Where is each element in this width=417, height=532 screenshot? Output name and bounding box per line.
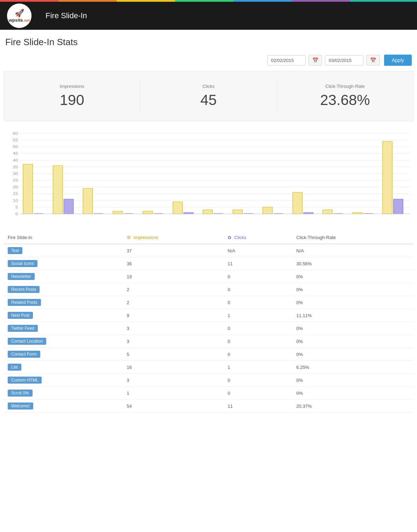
impressions-value: 190 [11, 92, 133, 108]
svg-text:55: 55 [13, 138, 18, 142]
row-impressions: 2 [123, 283, 223, 296]
clicks-stat: Clicks 45 [140, 80, 277, 112]
svg-text:50: 50 [13, 145, 18, 149]
svg-text:20: 20 [13, 185, 18, 189]
table-row: Social Icons 36 11 30.56% [4, 257, 413, 270]
table-row: Next Post 9 1 11.11% [4, 309, 413, 322]
row-tag-button[interactable]: Next Post [8, 312, 33, 319]
svg-text:0: 0 [15, 212, 18, 216]
row-name: Recent Posts [4, 283, 123, 296]
row-name: Next Post [4, 309, 123, 322]
start-date-input[interactable] [267, 55, 306, 65]
table-row: Contact Form 5 0 0% [4, 348, 413, 361]
svg-rect-51 [394, 199, 403, 214]
row-tag-button[interactable]: Twitter Feed [8, 325, 38, 332]
svg-text:60: 60 [13, 131, 18, 136]
row-impressions: 3 [123, 322, 223, 335]
row-ctr: 11.11% [292, 309, 413, 322]
svg-rect-26 [23, 164, 33, 214]
svg-rect-30 [83, 188, 92, 214]
svg-text:15: 15 [13, 192, 18, 196]
row-clicks: 0 [223, 335, 292, 348]
row-tag-button[interactable]: Social Icons [8, 260, 37, 267]
chart-area: 605550454035302520151050 [4, 126, 413, 224]
logo-text: wpsite.net [9, 18, 30, 23]
logo-area: 🚀 wpsite.net [7, 4, 32, 28]
end-date-calendar-button[interactable]: 📅 [366, 55, 380, 65]
row-impressions: 36 [123, 257, 223, 270]
col-clicks: ✿ Clicks [223, 231, 292, 244]
col-impressions: ⚙ Impressions [123, 231, 223, 244]
row-name: Custom HTML [4, 374, 123, 387]
row-clicks: 11 [223, 400, 292, 413]
table-row: Text 37 N/A N/A [4, 244, 413, 257]
impressions-label: Impressions [11, 84, 133, 89]
row-impressions: 16 [123, 361, 223, 374]
row-tag-button[interactable]: Related Posts [8, 299, 41, 306]
svg-rect-42 [263, 207, 272, 214]
row-tag-button[interactable]: Custom HTML [8, 377, 42, 384]
end-date-input[interactable] [325, 55, 363, 65]
row-ctr: 0% [292, 335, 413, 348]
apply-button[interactable]: Apply [384, 55, 412, 66]
row-tag-button[interactable]: Contact Form [8, 351, 40, 358]
table-row: Welcome! 54 11 20.37% [4, 400, 413, 413]
row-tag-button[interactable]: Text [8, 247, 22, 254]
start-date-calendar-button[interactable]: 📅 [308, 55, 322, 65]
row-clicks: 0 [223, 270, 292, 283]
row-clicks: 0 [223, 296, 292, 309]
svg-text:25: 25 [13, 178, 18, 183]
svg-rect-32 [113, 211, 123, 214]
clicks-value: 45 [147, 92, 270, 108]
row-ctr: 20.37% [292, 400, 413, 413]
logo-circle: 🚀 wpsite.net [7, 4, 32, 28]
date-filter: 📅 📅 Apply [0, 51, 417, 71]
table-row: Newsletter 19 0 0% [4, 270, 413, 283]
row-name: Text [4, 244, 123, 257]
svg-text:45: 45 [13, 152, 18, 156]
svg-text:10: 10 [13, 198, 18, 203]
row-name: List [4, 361, 123, 374]
row-ctr: 0% [292, 322, 413, 335]
row-clicks: 11 [223, 257, 292, 270]
row-impressions: 5 [123, 348, 223, 361]
row-clicks: 0 [223, 348, 292, 361]
row-tag-button[interactable]: Recent Posts [8, 286, 40, 293]
row-ctr: 0% [292, 348, 413, 361]
svg-rect-45 [304, 212, 313, 214]
row-tag-button[interactable]: Newsletter [8, 273, 35, 280]
table-row: Twitter Feed 3 0 0% [4, 322, 413, 335]
row-ctr: 0% [292, 374, 413, 387]
row-clicks: 0 [223, 322, 292, 335]
row-name: Related Posts [4, 296, 123, 309]
row-impressions: 2 [123, 296, 223, 309]
table-row: Related Posts 2 0 0% [4, 296, 413, 309]
table-row: Scroll 0% 1 0 0% [4, 387, 413, 400]
row-ctr: N/A [292, 244, 413, 257]
header-title: Fire Slide-In [46, 11, 87, 20]
svg-text:35: 35 [13, 165, 18, 169]
row-impressions: 37 [123, 244, 223, 257]
row-ctr: 30.56% [292, 257, 413, 270]
table-row: Contact Location 3 0 0% [4, 335, 413, 348]
svg-rect-34 [143, 211, 152, 214]
row-impressions: 19 [123, 270, 223, 283]
col-name: Fire Slide-In [4, 231, 123, 244]
row-clicks: 1 [223, 361, 292, 374]
row-tag-button[interactable]: List [8, 364, 21, 371]
row-tag-button[interactable]: Contact Location [8, 338, 46, 345]
row-ctr: 0% [292, 296, 413, 309]
row-tag-button[interactable]: Scroll 0% [8, 390, 33, 397]
row-ctr: 0% [292, 270, 413, 283]
row-name: Contact Location [4, 335, 123, 348]
table-row: Custom HTML 3 0 0% [4, 374, 413, 387]
header: 🚀 wpsite.net Fire Slide-In [0, 2, 417, 30]
row-impressions: 3 [123, 374, 223, 387]
svg-rect-44 [293, 192, 302, 214]
svg-rect-48 [353, 212, 362, 214]
row-name: Contact Form [4, 348, 123, 361]
row-impressions: 54 [123, 400, 223, 413]
svg-text:30: 30 [13, 172, 18, 176]
svg-rect-36 [173, 202, 182, 214]
row-tag-button[interactable]: Welcome! [8, 402, 33, 410]
